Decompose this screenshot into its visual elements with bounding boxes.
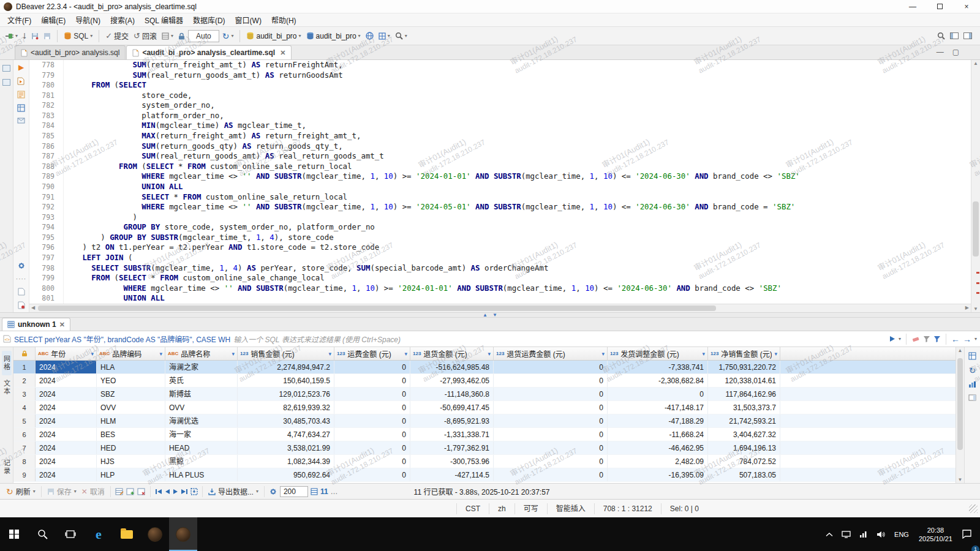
cell[interactable]: -46,462.95	[608, 441, 708, 454]
cell[interactable]: 1,694,196.13	[708, 441, 780, 454]
cell[interactable]: 950,692.64	[238, 468, 334, 481]
cell[interactable]: 117,864,162.96	[708, 388, 780, 400]
file-explorer-button[interactable]	[113, 517, 141, 551]
scroll-up-icon[interactable]: ▲	[971, 61, 980, 66]
analyze-grid-icon[interactable]	[17, 104, 25, 112]
cell[interactable]: 0	[334, 455, 410, 468]
scroll-up-icon[interactable]: ▲	[956, 348, 964, 353]
maximize-pane-icon[interactable]: ▢	[952, 48, 959, 56]
cell[interactable]: 3,404,627.32	[708, 428, 780, 441]
explain-plan-icon[interactable]	[17, 91, 25, 99]
cell[interactable]: HLM	[97, 414, 165, 427]
code-line[interactable]: 796 ) t2 ON t1.perYear = t2.perYear AND …	[29, 242, 971, 253]
cell[interactable]: 0	[334, 401, 410, 414]
cell[interactable]: 0	[334, 361, 410, 373]
schema-combo[interactable]: audit_bi_pro ▾	[304, 31, 363, 42]
tray-expand-button[interactable]	[821, 517, 837, 551]
cell[interactable]: 0	[494, 455, 608, 468]
editor-results-splitter[interactable]: ▲ ▼	[0, 312, 980, 318]
connection-combo[interactable]: audit_bi_pro ▾	[244, 31, 303, 42]
row-number[interactable]: 1	[13, 361, 36, 373]
transaction-log-button[interactable]: ▾	[160, 31, 175, 41]
menu-item-4[interactable]: SQL 编辑器	[140, 13, 188, 26]
code-line[interactable]: 800 WHERE mgclear_time <> '' AND SUBSTR(…	[29, 283, 971, 294]
cell[interactable]: -516,624,985.48	[410, 361, 494, 373]
code-line[interactable]: 786 SUM(return_goods_qty) AS return_good…	[29, 141, 971, 152]
side-tab-1[interactable]: 文本	[2, 375, 12, 400]
filter-edit-icon[interactable]	[923, 335, 930, 343]
table-row[interactable]: 12024HLA海澜之家2,274,894,947.20-516,624,985…	[13, 361, 956, 374]
save-results-button[interactable]: 保存 ▾	[46, 485, 78, 497]
sort-dropdown-icon[interactable]: ▾	[91, 351, 94, 357]
code-line[interactable]: 791 SELECT * FROM custom_online_sale_ret…	[29, 192, 971, 203]
rollback-button[interactable]: ↺ 回滚	[132, 29, 159, 42]
table-row[interactable]: 52024HLM海澜优选30,485,703.430-8,695,921.930…	[13, 414, 956, 428]
sql-editor-button[interactable]: SQL ▾	[62, 31, 94, 42]
table-row[interactable]: 22024YEO英氏150,640,159.50-27,993,462.050-…	[13, 374, 956, 388]
lock-mode-button[interactable]	[176, 31, 187, 41]
error-log-icon[interactable]	[18, 301, 25, 309]
network-tray-icon[interactable]	[855, 517, 872, 551]
result-grid[interactable]: ABC年份▾ABC品牌编码▾ABC品牌名称▾123销售金额 (元)▾123运费金…	[13, 347, 956, 483]
sort-dropdown-icon[interactable]: ▾	[404, 351, 407, 357]
cell[interactable]: 2024	[36, 455, 97, 468]
code-line[interactable]: 778 SUM(return_freight_amt_t) AS returnF…	[29, 60, 971, 70]
cell[interactable]: 海澜之家	[165, 361, 238, 373]
start-button[interactable]	[0, 517, 28, 551]
cell[interactable]: 黑鲸	[165, 455, 238, 468]
mail-icon[interactable]	[17, 118, 25, 124]
cell[interactable]: HLP	[97, 468, 165, 481]
history-forward-icon[interactable]: →	[963, 335, 971, 343]
cell[interactable]: -300,753.96	[410, 455, 494, 468]
sort-dropdown-icon[interactable]: ▾	[488, 351, 491, 357]
code-area[interactable]: 778 SUM(return_freight_amt_t) AS returnF…	[29, 60, 971, 312]
code-line[interactable]: 801 UNION ALL	[29, 293, 971, 304]
column-header-6[interactable]: 123退货运费金额 (元)▾	[494, 347, 608, 360]
cell[interactable]: 2024	[36, 441, 97, 454]
menu-icon[interactable]: ▾	[974, 336, 977, 342]
menu-item-1[interactable]: 编辑(E)	[36, 13, 70, 26]
editor-hscrollbar[interactable]: ◀ ▶	[29, 304, 971, 312]
display-tray-icon[interactable]	[837, 517, 855, 551]
cell[interactable]: 2024	[36, 388, 97, 400]
cell[interactable]: 2,274,894,947.2	[238, 361, 334, 373]
fetch-size-input[interactable]: 200	[280, 486, 308, 497]
collapse-down-icon[interactable]: ▼	[492, 313, 497, 318]
volume-tray-icon[interactable]	[872, 517, 889, 551]
database-navigator-icon[interactable]	[2, 65, 10, 72]
column-header-7[interactable]: 123发货调整金额 (元)▾	[608, 347, 708, 360]
cell[interactable]: 2024	[36, 401, 97, 414]
minimize-icon[interactable]: —	[899, 0, 926, 13]
perspective-icon[interactable]	[950, 32, 959, 39]
code-line[interactable]: 789 WHERE mgclear_time <> '' AND SUBSTR(…	[29, 171, 971, 182]
save-all-button[interactable]	[42, 31, 53, 41]
dots-icon[interactable]: ····	[16, 276, 26, 282]
cell[interactable]: 30,485,703.43	[238, 414, 334, 427]
cell[interactable]: 2024	[36, 361, 97, 373]
filter-input[interactable]: 输入一个 SQL 表达式来过滤结果 (使用 Ctrl+Space)	[233, 334, 886, 344]
minimize-pane-icon[interactable]: —	[937, 48, 944, 56]
resize-grip[interactable]	[969, 504, 978, 513]
save-file-button[interactable]	[29, 31, 40, 41]
code-line[interactable]: 795 ) GROUP BY SUBSTR(mgclear_time_t, 1,…	[29, 233, 971, 243]
next-row-icon[interactable]	[173, 489, 178, 495]
last-row-icon[interactable]	[181, 489, 188, 495]
row-number[interactable]: 9	[13, 468, 36, 481]
column-header-3[interactable]: 123销售金额 (元)▾	[238, 347, 334, 360]
export-log-icon[interactable]	[18, 288, 25, 296]
cell[interactable]: OVV	[165, 401, 238, 414]
collapse-up-icon[interactable]: ▲	[483, 313, 488, 318]
sort-dropdown-icon[interactable]: ▾	[702, 351, 705, 357]
table-row[interactable]: 42024OVVOVV82,619,939.320-50,699,417.450…	[13, 401, 956, 414]
cell[interactable]: -427,114.5	[410, 468, 494, 481]
cell[interactable]: -50,699,417.45	[410, 401, 494, 414]
refresh-button[interactable]: ↻ ▾	[221, 31, 236, 42]
code-line[interactable]: 782 system_order_no,	[29, 100, 971, 111]
cell[interactable]: 1,750,931,220.72	[708, 361, 780, 373]
cell[interactable]: 0	[494, 388, 608, 400]
cell[interactable]: HLA	[97, 361, 165, 373]
cell[interactable]: BES	[97, 428, 165, 441]
cell[interactable]: 0	[494, 361, 608, 373]
code-line[interactable]: 781 store_code,	[29, 91, 971, 101]
search-icon[interactable]	[937, 32, 945, 40]
